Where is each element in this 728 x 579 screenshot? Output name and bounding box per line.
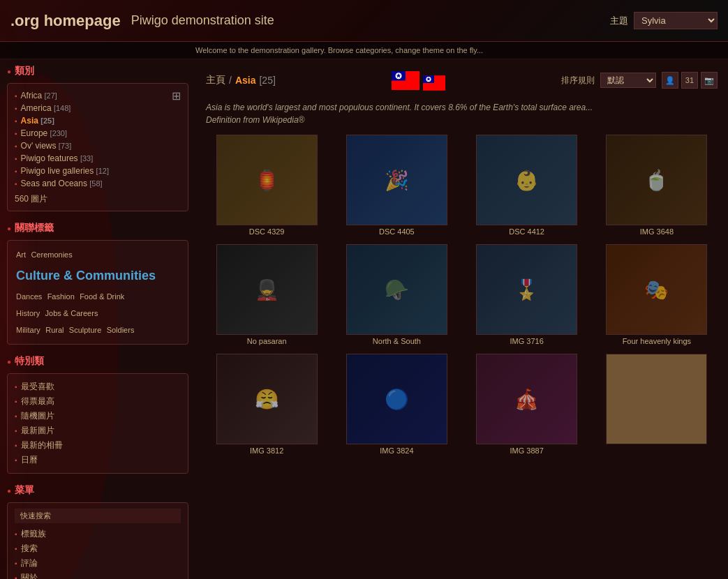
photo-thumb-img3648[interactable]: 🍵 bbox=[606, 135, 707, 225]
category-europe-link[interactable]: Europe [230] bbox=[21, 128, 68, 138]
menu-tags[interactable]: 標籤族 bbox=[21, 528, 46, 540]
menu-comments[interactable]: 評論 bbox=[21, 557, 38, 569]
photo-thumb-dsc4412[interactable]: 👶 bbox=[476, 135, 577, 225]
menu-about[interactable]: 關於 bbox=[21, 572, 38, 579]
tag-food[interactable]: Food & Drink bbox=[80, 292, 124, 301]
flags-area bbox=[392, 70, 445, 91]
category-asia-link[interactable]: Asia [25] bbox=[21, 116, 54, 126]
photo-thumb-img3716[interactable]: 🎖️ bbox=[476, 244, 577, 335]
photo-caption: IMG 3716 bbox=[510, 337, 543, 345]
special-calendar[interactable]: 日曆 bbox=[21, 454, 38, 466]
category-icon[interactable]: ⊞ bbox=[172, 89, 181, 103]
sort-calendar-icon[interactable]: 31 bbox=[681, 72, 698, 89]
tags-section: 關聯標籤 Art Ceremonies Culture & Communitie… bbox=[7, 222, 188, 345]
special-recent[interactable]: 最新圖片 bbox=[21, 425, 54, 437]
theme-select[interactable]: Sylvia Bootstrap Clear Elegant Shiny bbox=[634, 12, 718, 29]
photo-thumb-last[interactable] bbox=[606, 354, 707, 444]
site-title: .org homepage bbox=[10, 12, 121, 30]
photo-thumb-northsouth[interactable]: 🪖 bbox=[346, 244, 447, 335]
photo-thumb-inner bbox=[607, 354, 706, 444]
category-america-link[interactable]: America [148] bbox=[21, 103, 71, 113]
photo-caption: DSC 4412 bbox=[509, 227, 544, 236]
special-best-rated[interactable]: 得票最高 bbox=[21, 396, 54, 407]
photo-thumb-inner: 🪖 bbox=[347, 245, 447, 334]
breadcrumb-bar: 主頁 / Asia [25] bbox=[206, 66, 718, 94]
photo-caption: IMG 3648 bbox=[640, 227, 674, 236]
tag-art[interactable]: Art bbox=[16, 250, 26, 259]
menu-title: 菜單 bbox=[7, 484, 188, 497]
categories-section: 類別 ⊞ Africa [27] America [148] Asia [25]… bbox=[7, 65, 188, 211]
tag-rural[interactable]: Rural bbox=[45, 326, 64, 334]
breadcrumb-current: Asia bbox=[235, 75, 256, 86]
photo-thumb-img3812[interactable]: 😤 bbox=[216, 354, 318, 444]
tag-jobs[interactable]: Jobs & Careers bbox=[45, 309, 98, 317]
photo-caption: North & South bbox=[373, 337, 421, 345]
breadcrumb-count: [25] bbox=[259, 75, 275, 86]
category-seas-link[interactable]: Seas and Oceans [58] bbox=[21, 179, 103, 188]
tag-military[interactable]: Military bbox=[16, 326, 40, 334]
tags-box: Art Ceremonies Culture & Communities Dan… bbox=[7, 240, 188, 345]
tag-fashion[interactable]: Fashion bbox=[47, 292, 75, 301]
sort-controls: 排序規則 默認 文件名 評分 訪問次數 日期添加 👤 31 📷 bbox=[561, 72, 718, 89]
tag-dances[interactable]: Dances bbox=[16, 292, 42, 301]
photo-item: 😤 IMG 3812 bbox=[206, 354, 327, 455]
photo-caption: IMG 3824 bbox=[380, 446, 413, 455]
header: .org homepage Piwigo demonstration site … bbox=[0, 0, 728, 42]
tag-ceremonies[interactable]: Ceremonies bbox=[31, 250, 72, 259]
photo-thumb-dsc4405[interactable]: 🎉 bbox=[346, 135, 447, 225]
photo-thumb-nopasaran[interactable]: 💂 bbox=[216, 244, 318, 335]
photo-item: 🪖 North & South bbox=[336, 244, 457, 345]
sort-select[interactable]: 默認 文件名 評分 訪問次數 日期添加 bbox=[600, 73, 656, 88]
list-item: 搜索 bbox=[15, 541, 181, 556]
total-photos: 560 圖片 bbox=[15, 193, 181, 205]
photo-caption: DSC 4329 bbox=[249, 227, 285, 236]
sort-label: 排序規則 bbox=[561, 75, 595, 87]
photo-item: 🎪 IMG 3887 bbox=[466, 354, 588, 455]
tag-soldiers[interactable]: Soldiers bbox=[107, 326, 135, 334]
breadcrumb-separator: / bbox=[229, 75, 232, 86]
photo-thumb-img3824[interactable]: 🔵 bbox=[346, 354, 447, 444]
piwigo-subtitle: Piwigo demonstration site bbox=[131, 13, 274, 28]
tag-culture[interactable]: Culture & Communities bbox=[16, 269, 156, 283]
flag-taiwan-2 bbox=[423, 75, 445, 91]
photo-item: 🔵 IMG 3824 bbox=[336, 354, 457, 455]
category-africa-link[interactable]: Africa [27] bbox=[21, 91, 57, 100]
photo-thumb-fourkings[interactable]: 🎭 bbox=[606, 244, 707, 335]
special-random[interactable]: 隨機圖片 bbox=[21, 410, 54, 422]
list-item: 得票最高 bbox=[15, 394, 181, 409]
menu-box: 快速搜索 標籤族 搜索 評論 關於 通知 bbox=[7, 502, 188, 579]
sort-camera-icon[interactable]: 📷 bbox=[701, 72, 718, 89]
photo-item: 🏮 DSC 4329 bbox=[206, 135, 327, 236]
tag-sculpture[interactable]: Sculpture bbox=[69, 326, 101, 334]
menu-list: 標籤族 搜索 評論 關於 通知 bbox=[15, 527, 181, 579]
list-item: 最受喜歡 bbox=[15, 379, 181, 394]
list-item: 最新圖片 bbox=[15, 423, 181, 438]
photo-caption: IMG 3812 bbox=[250, 446, 283, 455]
photo-thumb-img3887[interactable]: 🎪 bbox=[476, 354, 577, 444]
list-item: Ov' views [73] bbox=[15, 140, 181, 152]
menu-search[interactable]: 搜索 bbox=[21, 543, 38, 555]
photo-item bbox=[596, 354, 718, 455]
category-piwigo-features-link[interactable]: Piwigo features [33] bbox=[21, 153, 94, 163]
categories-title: 類別 bbox=[7, 65, 188, 77]
photo-thumb-dsc4329[interactable]: 🏮 bbox=[216, 135, 318, 225]
tag-history[interactable]: History bbox=[16, 309, 40, 317]
special-favorites[interactable]: 最受喜歡 bbox=[21, 381, 54, 393]
menu-section: 菜單 快速搜索 標籤族 搜索 評論 關於 通知 bbox=[7, 484, 188, 579]
sort-person-icon[interactable]: 👤 bbox=[662, 72, 678, 89]
photo-item: 🎭 Four heavenly kings bbox=[596, 244, 718, 345]
category-piwigo-live-link[interactable]: Piwigo live galleries [12] bbox=[21, 166, 109, 176]
list-item: America [148] bbox=[15, 102, 172, 114]
photo-thumb-inner: 💂 bbox=[217, 245, 317, 334]
category-ovviews-link[interactable]: Ov' views [73] bbox=[21, 141, 72, 151]
breadcrumb: 主頁 / Asia [25] bbox=[206, 74, 276, 87]
photo-item: 👶 DSC 4412 bbox=[466, 135, 588, 236]
photo-item: 🎖️ IMG 3716 bbox=[466, 244, 588, 345]
photo-thumb-inner: 🍵 bbox=[607, 135, 706, 225]
special-new-album[interactable]: 最新的相冊 bbox=[21, 439, 63, 451]
tags-title: 關聯標籤 bbox=[7, 222, 188, 234]
breadcrumb-home[interactable]: 主頁 bbox=[206, 74, 225, 87]
welcome-bar: Welcome to the demonstration gallery. Br… bbox=[0, 42, 728, 59]
content: 主頁 / Asia [25] bbox=[195, 59, 728, 579]
special-title: 特別類 bbox=[7, 355, 188, 368]
